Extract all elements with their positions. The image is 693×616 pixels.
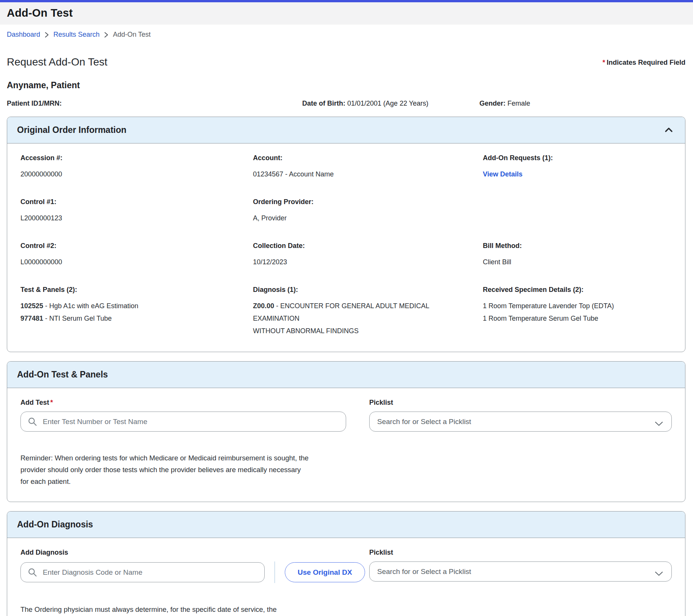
required-asterisk: * — [602, 59, 605, 66]
breadcrumb-results-search[interactable]: Results Search — [53, 31, 100, 39]
original-order-body: Accession #: 20000000000 Account: 012345… — [7, 143, 685, 352]
chevron-down-icon — [655, 570, 663, 578]
specimen-item: 1 Room Temperature Lavender Top (EDTA) — [483, 300, 672, 312]
medicare-reminder-text: Reminder: When ordering tests for which … — [20, 452, 310, 487]
add-test-label: Add Test* — [20, 399, 346, 407]
accession-field: Accession #: 20000000000 — [20, 154, 253, 181]
view-details-link[interactable]: View Details — [483, 170, 523, 178]
picklist-label: Picklist — [369, 549, 393, 557]
collapse-panel-button[interactable] — [662, 125, 675, 135]
addon-requests-field: Add-On Requests (1): View Details — [483, 154, 672, 181]
patient-id-field: Patient ID1/MRN: — [7, 100, 302, 108]
received-specimens-field: Received Specimen Details (2): 1 Room Te… — [483, 286, 672, 337]
control1-field: Control #1: L2000000123 — [20, 198, 253, 225]
account-field: Account: 01234567 - Account Name — [253, 154, 483, 181]
test-picklist-select[interactable]: Search for or Select a Picklist — [369, 412, 672, 432]
diagnosis-item-line1: Z00.00 - ENCOUNTER FOR GENERAL ADULT MED… — [253, 300, 476, 325]
test-item: 977481 - NTI Serum Gel Tube — [20, 312, 253, 325]
ordering-provider-field: Ordering Provider: A, Provider — [253, 198, 483, 225]
chevron-right-icon — [104, 32, 108, 38]
addon-diagnosis-panel: Add-On Diagnosis Add Diagnosis Picklist … — [7, 511, 685, 616]
add-diagnosis-input[interactable] — [20, 562, 265, 582]
diagnosis-field: Diagnosis (1): Z00.00 - ENCOUNTER FOR GE… — [253, 286, 483, 337]
original-order-title: Original Order Information — [17, 125, 126, 135]
addon-test-title: Add-On Test & Panels — [17, 370, 108, 380]
use-original-dx-button[interactable]: Use Original DX — [285, 562, 365, 582]
section-title-request-add-on-test: Request Add-On Test — [7, 56, 108, 68]
diagnosis-picklist-select[interactable]: Search for or Select a Picklist — [369, 561, 672, 582]
original-order-panel: Original Order Information Accession #: … — [7, 117, 685, 352]
addon-diagnosis-title: Add-On Diagnosis — [17, 519, 93, 530]
required-field-note: *Indicates Required Field — [602, 59, 685, 68]
collection-date-field: Collection Date: 10/12/2023 — [253, 242, 483, 268]
patient-name: Anyname, Patient — [7, 80, 686, 90]
patient-gender-field: Gender: Female — [479, 100, 685, 108]
breadcrumb-current: Add-On Test — [113, 31, 151, 39]
tests-panels-field: Test & Panels (2): 102525 - Hgb A1c with… — [20, 286, 253, 337]
title-band: Add-On Test — [0, 2, 693, 25]
add-test-input[interactable] — [20, 412, 346, 432]
addon-diagnosis-body: Add Diagnosis Picklist Use Original DX S… — [7, 538, 685, 616]
specimen-item: 1 Room Temperature Serum Gel Tube — [483, 312, 672, 325]
diagnosis-item-line2: WITHOUT ABNORMAL FINDINGS — [253, 325, 476, 337]
diagnosis-note-text: The Ordering physician must always deter… — [20, 604, 289, 616]
add-diagnosis-search — [20, 562, 265, 582]
original-order-header: Original Order Information — [7, 117, 685, 143]
add-test-search — [20, 412, 346, 432]
patient-demographics: Patient ID1/MRN: Date of Birth: 01/01/20… — [7, 100, 685, 108]
chevron-up-icon — [665, 127, 673, 134]
page-title: Add-On Test — [7, 7, 686, 19]
bill-method-field: Bill Method: Client Bill — [483, 242, 672, 268]
control2-field: Control #2: L0000000000 — [20, 242, 253, 268]
breadcrumb: Dashboard Results Search Add-On Test — [0, 25, 693, 39]
patient-dob-field: Date of Birth: 01/01/2001 (Age 22 Years) — [302, 100, 479, 108]
vertical-divider — [275, 561, 275, 583]
chevron-down-icon — [655, 420, 663, 428]
addon-test-panel: Add-On Test & Panels Add Test* Picklist … — [7, 361, 685, 502]
addon-test-header: Add-On Test & Panels — [7, 362, 685, 388]
chevron-right-icon — [45, 32, 49, 38]
test-item: 102525 - Hgb A1c with eAG Estimation — [20, 300, 253, 312]
addon-diagnosis-header: Add-On Diagnosis — [7, 512, 685, 538]
addon-test-body: Add Test* Picklist Search for or Select … — [7, 388, 685, 502]
picklist-label: Picklist — [369, 399, 672, 407]
add-diagnosis-label: Add Diagnosis — [20, 549, 369, 557]
required-asterisk: * — [50, 399, 53, 406]
breadcrumb-dashboard[interactable]: Dashboard — [7, 31, 40, 39]
